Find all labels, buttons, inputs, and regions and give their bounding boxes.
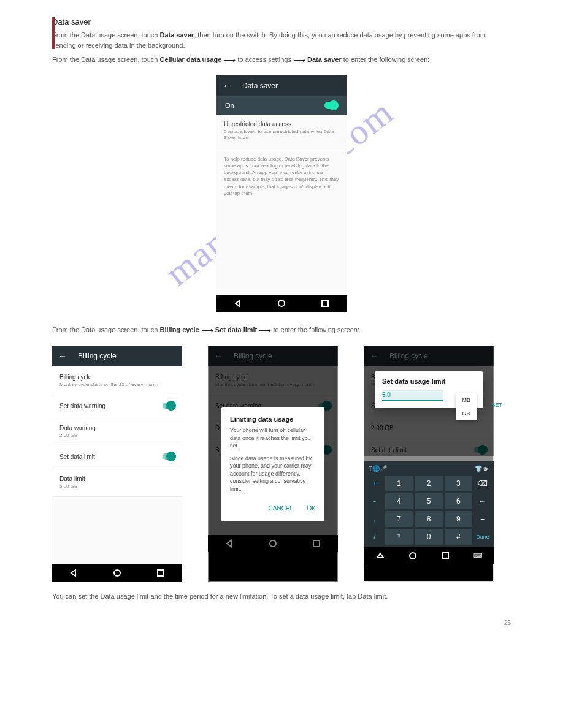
key--[interactable]: - <box>366 493 383 509</box>
nav-recent-icon[interactable] <box>156 569 165 577</box>
nav-recent-icon[interactable] <box>321 299 329 308</box>
unit-mb[interactable]: MB <box>456 393 477 407</box>
help-text: To help reduce data usage, Data Saver pr… <box>216 148 347 295</box>
toggle[interactable] <box>163 403 175 409</box>
set-button[interactable]: SET <box>491 402 502 408</box>
kbd-globe-icon[interactable]: 🌐 <box>372 465 380 472</box>
key-5[interactable]: 5 <box>415 493 442 509</box>
svg-point-6 <box>410 553 416 559</box>
svg-rect-7 <box>442 553 448 559</box>
cancel-button[interactable]: CANCEL <box>269 505 294 512</box>
nav-back-icon[interactable] <box>69 569 78 577</box>
back-icon[interactable]: ← <box>58 351 67 361</box>
dialog-title: Limiting data usage <box>230 415 316 423</box>
billing-crumb: From the Data usage screen, touch Billin… <box>52 324 511 337</box>
nav-bar <box>216 295 347 312</box>
nav-home-icon[interactable] <box>277 299 286 308</box>
list-item[interactable]: Billing cycleMonthly cycle starts on the… <box>52 366 182 395</box>
intro-paragraph: From the Data usage screen, touch Data s… <box>52 30 511 50</box>
key-/[interactable]: / <box>366 529 383 545</box>
kbd-mic-icon[interactable]: 🎤 <box>380 465 387 472</box>
key-Done[interactable]: Done <box>474 529 491 545</box>
toggle-on[interactable] <box>324 102 338 109</box>
nav-back-icon[interactable] <box>376 552 385 560</box>
app-bar: ← Data saver <box>216 75 347 96</box>
svg-point-0 <box>278 300 285 306</box>
accent-bar <box>52 17 55 49</box>
section-title-data-saver: Data saver <box>52 17 511 26</box>
key-2[interactable]: 2 <box>415 476 442 491</box>
svg-point-2 <box>114 570 120 576</box>
screenshot-data-saver: ← Data saver On Unrestricted data access… <box>216 75 347 312</box>
arrow-icon: ⟶ <box>223 54 236 67</box>
key-+[interactable]: + <box>366 476 383 491</box>
list-item[interactable]: Set data limit <box>52 446 182 468</box>
closing-para: You can set the Data usage limit and the… <box>52 591 511 602</box>
svg-rect-1 <box>322 300 328 306</box>
svg-rect-3 <box>158 570 164 576</box>
unit-dropdown[interactable]: MB GB <box>456 393 477 420</box>
screenshot-billing-cycle: ←Billing cycle Billing cycleMonthly cycl… <box>52 346 182 582</box>
arrow-icon: ⟶ <box>293 54 305 67</box>
list-item[interactable]: Data limit5.00 GB <box>52 468 182 497</box>
nav-bar <box>52 564 182 582</box>
key-6[interactable]: 6 <box>445 493 472 509</box>
popup-title: Set data usage limit <box>382 377 475 385</box>
app-bar-title: Data saver <box>242 82 278 90</box>
key-3[interactable]: 3 <box>445 476 472 491</box>
list-item[interactable]: Data warning2.00 GB <box>52 417 182 446</box>
key-9[interactable]: 9 <box>445 511 472 527</box>
key-1[interactable]: 1 <box>385 476 413 491</box>
page-number: 26 <box>52 620 511 626</box>
list-item[interactable]: Set data warning <box>52 395 182 417</box>
switch-label: On <box>225 102 234 109</box>
toggle[interactable] <box>163 453 175 460</box>
key-–[interactable]: – <box>474 511 491 527</box>
app-bar-title: Billing cycle <box>78 352 117 360</box>
dialog-limiting-data: Limiting data usage Your phone will turn… <box>221 407 324 521</box>
key-*[interactable]: * <box>385 529 413 545</box>
key-,[interactable]: , <box>366 511 383 527</box>
key-0[interactable]: 0 <box>415 529 442 545</box>
key-7[interactable]: 7 <box>385 511 413 527</box>
popup-set-limit: Set data usage limit 5.0 MB GB SET <box>375 371 483 408</box>
nav-home-icon[interactable] <box>113 569 121 577</box>
nav-recent-icon[interactable] <box>441 552 450 560</box>
limit-input[interactable]: 5.0 <box>382 390 443 401</box>
nav-ime-icon[interactable]: ⌨ <box>473 552 482 559</box>
numeric-keypad: ⌶ 🌐 🎤 👕 ☻ +123⌫-456←,789–/*0#Done <box>364 461 494 547</box>
key-4[interactable]: 4 <box>385 493 413 509</box>
nav-back-icon[interactable] <box>234 299 242 308</box>
arrow-icon: ⟶ <box>259 324 271 337</box>
ok-button[interactable]: OK <box>307 505 316 512</box>
key-8[interactable]: 8 <box>415 511 442 527</box>
unit-gb[interactable]: GB <box>456 407 477 420</box>
nav-home-icon[interactable] <box>408 552 417 560</box>
screenshot-limit-dialog: ←Billing cycle Billing cycleMonthly cycl… <box>208 346 338 582</box>
key-⌫[interactable]: ⌫ <box>474 476 491 491</box>
intro-crumb: From the Data usage screen, touch Cellul… <box>52 54 511 67</box>
key-#[interactable]: # <box>445 529 472 545</box>
back-icon[interactable]: ← <box>223 81 231 91</box>
screenshot-set-limit: ←Billing cycle BM S 2.00 GB Set data lim… <box>364 346 494 582</box>
kbd-emoji-icon[interactable]: ☻ <box>482 465 489 472</box>
key-←[interactable]: ← <box>474 493 491 509</box>
master-switch-row[interactable]: On <box>216 96 347 115</box>
arrow-icon: ⟶ <box>201 324 213 337</box>
kbd-theme-icon[interactable]: 👕 <box>475 465 482 472</box>
list-item-unrestricted[interactable]: Unrestricted data access 0 apps allowed … <box>216 115 347 148</box>
